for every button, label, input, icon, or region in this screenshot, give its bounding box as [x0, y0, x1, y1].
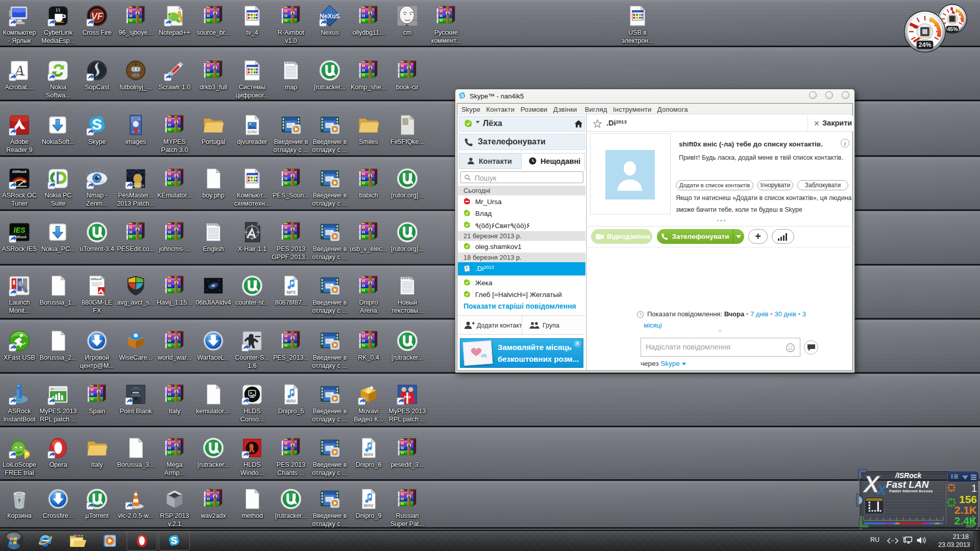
- svg-text:Skype: Skype: [481, 353, 487, 358]
- svg-text:45%: 45%: [947, 26, 958, 32]
- svg-text:Faster Internet Access: Faster Internet Access: [889, 489, 933, 493]
- svg-text:24%: 24%: [918, 41, 931, 48]
- svg-text:?: ?: [465, 266, 468, 270]
- svg-text:/ISRock: /ISRock: [895, 471, 922, 480]
- svg-text:Fast LAN: Fast LAN: [886, 479, 929, 490]
